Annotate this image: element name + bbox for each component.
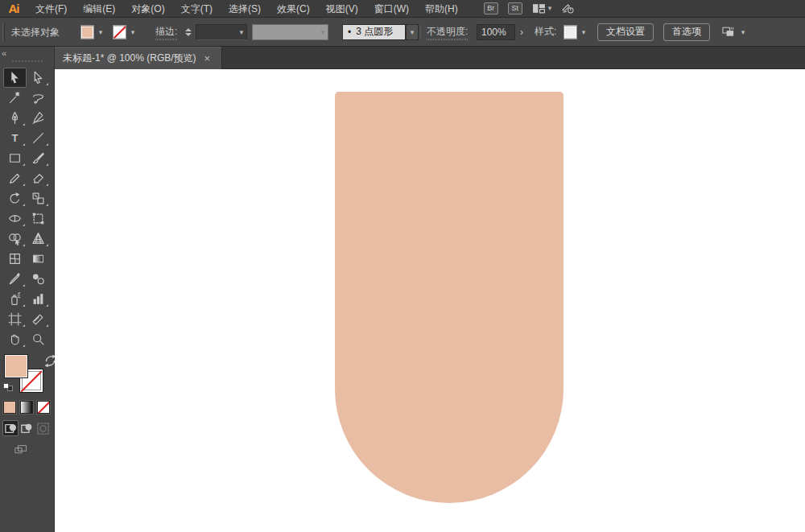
rectangle-tool[interactable] bbox=[3, 148, 27, 168]
app-logo: Ai bbox=[0, 2, 27, 15]
paintbrush-icon bbox=[31, 151, 45, 165]
fill-color-swatch[interactable] bbox=[80, 25, 94, 39]
column-graph-tool[interactable] bbox=[27, 289, 50, 309]
panel-grip[interactable] bbox=[2, 23, 5, 41]
stepper-down-icon[interactable] bbox=[185, 33, 192, 36]
document-tab-title: 未标题-1* @ 100% (RGB/预览) bbox=[63, 52, 196, 65]
menu-edit[interactable]: 编辑(E) bbox=[75, 0, 123, 18]
eraser-tool[interactable] bbox=[27, 168, 50, 188]
width-tool[interactable] bbox=[3, 208, 27, 229]
opacity-label[interactable]: 不透明度: bbox=[427, 24, 468, 39]
brush-definition-field[interactable]: • 3 点圆形 bbox=[342, 24, 406, 40]
line-segment-tool[interactable] bbox=[27, 128, 50, 148]
menu-type[interactable]: 文字(T) bbox=[173, 0, 221, 18]
tool-grid: T bbox=[3, 68, 52, 349]
menu-effect[interactable]: 效果(C) bbox=[269, 0, 318, 18]
rotate-tool[interactable] bbox=[3, 188, 27, 208]
eyedropper-tool[interactable] bbox=[3, 269, 27, 289]
fill-chevron-down-icon[interactable]: ▾ bbox=[96, 28, 105, 36]
draw-behind-button[interactable] bbox=[19, 420, 35, 436]
mesh-tool[interactable] bbox=[3, 249, 27, 269]
workspace-layout-icon bbox=[532, 2, 546, 15]
free-transform-tool[interactable] bbox=[27, 208, 50, 229]
perspective-grid-tool[interactable] bbox=[27, 229, 50, 249]
fill-indicator[interactable] bbox=[4, 354, 28, 378]
stroke-weight-combo[interactable]: ▾ bbox=[196, 24, 247, 40]
default-fill-stroke-icon[interactable] bbox=[3, 383, 13, 391]
magic-wand-tool[interactable] bbox=[3, 88, 27, 108]
symbol-sprayer-icon bbox=[8, 292, 22, 306]
apply-gradient-button[interactable] bbox=[20, 401, 33, 414]
direct-selection-tool[interactable] bbox=[27, 68, 50, 88]
panel-drag-handle[interactable] bbox=[11, 60, 43, 63]
symbol-sprayer-tool[interactable] bbox=[3, 289, 27, 309]
cs-live-icon[interactable] bbox=[561, 2, 575, 15]
close-icon[interactable]: × bbox=[204, 53, 211, 64]
eyedropper-icon bbox=[8, 272, 22, 286]
scale-tool[interactable] bbox=[27, 188, 50, 208]
lasso-tool[interactable] bbox=[27, 88, 50, 108]
free-transform-icon bbox=[31, 212, 45, 225]
slice-tool[interactable] bbox=[27, 309, 50, 329]
brush-definition-dropdown-button[interactable]: ▾ bbox=[406, 24, 419, 40]
menu-object[interactable]: 对象(O) bbox=[123, 0, 172, 18]
pencil-icon bbox=[8, 171, 22, 185]
align-icon[interactable] bbox=[721, 25, 735, 39]
menu-help[interactable]: 帮助(H) bbox=[417, 0, 466, 18]
column-graph-icon bbox=[31, 292, 45, 306]
gradient-tool[interactable] bbox=[27, 249, 50, 269]
selection-tool[interactable] bbox=[3, 68, 27, 88]
bridge-button[interactable]: Br bbox=[484, 2, 498, 14]
change-screen-mode-button[interactable] bbox=[14, 443, 28, 459]
curvature-icon bbox=[31, 111, 45, 125]
draw-inside-icon bbox=[36, 422, 50, 435]
artboard-canvas[interactable] bbox=[55, 69, 805, 532]
menu-view[interactable]: 视图(V) bbox=[318, 0, 366, 18]
preferences-button[interactable]: 首选项 bbox=[663, 23, 710, 41]
stroke-color-swatch-none[interactable] bbox=[113, 25, 126, 39]
stroke-weight-label[interactable]: 描边: bbox=[155, 24, 177, 39]
type-icon: T bbox=[12, 132, 19, 144]
blend-icon bbox=[31, 272, 45, 286]
blend-tool[interactable] bbox=[27, 269, 50, 289]
panel-collapse-button[interactable]: « bbox=[2, 48, 6, 58]
apply-none-button[interactable] bbox=[37, 401, 50, 414]
shape-builder-tool[interactable] bbox=[3, 229, 27, 249]
draw-normal-button[interactable] bbox=[2, 420, 19, 436]
rounded-bottom-rectangle-shape[interactable] bbox=[335, 92, 564, 503]
document-setup-button[interactable]: 文档设置 bbox=[597, 23, 654, 41]
direct-selection-arrow-icon bbox=[31, 71, 45, 85]
menu-window[interactable]: 窗口(W) bbox=[366, 0, 417, 18]
align-chevron-down-icon[interactable]: ▾ bbox=[738, 28, 748, 36]
pen-tool[interactable] bbox=[3, 108, 27, 128]
paintbrush-tool[interactable] bbox=[27, 148, 50, 168]
chevron-down-icon: ▾ bbox=[237, 28, 246, 36]
type-tool[interactable]: T bbox=[3, 128, 27, 148]
menu-select[interactable]: 选择(S) bbox=[221, 0, 269, 18]
perspective-grid-icon bbox=[31, 232, 45, 245]
opacity-slider-button[interactable]: › bbox=[516, 24, 527, 40]
zoom-tool[interactable] bbox=[27, 329, 50, 349]
control-bar: 未选择对象 ▾ ▾ 描边: ▾ ▾ • 3 点圆形 ▾ 不透明度: 100% ›… bbox=[0, 18, 805, 47]
hand-tool[interactable] bbox=[3, 329, 27, 349]
stroke-chevron-down-icon[interactable]: ▾ bbox=[128, 28, 138, 36]
chevron-down-icon: ▾ bbox=[318, 28, 328, 36]
pencil-tool[interactable] bbox=[3, 168, 27, 188]
magic-wand-icon bbox=[8, 91, 22, 105]
stock-button[interactable]: St bbox=[508, 2, 522, 14]
curvature-tool[interactable] bbox=[27, 108, 50, 128]
style-chevron-down-icon[interactable]: ▾ bbox=[579, 28, 588, 36]
draw-behind-icon bbox=[20, 422, 34, 435]
apply-color-button[interactable] bbox=[3, 401, 16, 414]
screen-mode-icon bbox=[14, 443, 28, 456]
stroke-weight-stepper[interactable] bbox=[184, 25, 192, 39]
stepper-up-icon[interactable] bbox=[185, 28, 192, 31]
lasso-icon bbox=[31, 91, 45, 105]
opacity-input[interactable]: 100% bbox=[477, 24, 515, 40]
style-swatch[interactable] bbox=[564, 25, 577, 39]
mesh-icon bbox=[8, 252, 22, 266]
menu-file[interactable]: 文件(F) bbox=[27, 0, 75, 18]
document-tab[interactable]: 未标题-1* @ 100% (RGB/预览) × bbox=[55, 47, 222, 69]
artboard-tool[interactable] bbox=[3, 309, 27, 329]
workspace-switcher[interactable]: ▾ bbox=[532, 2, 552, 15]
